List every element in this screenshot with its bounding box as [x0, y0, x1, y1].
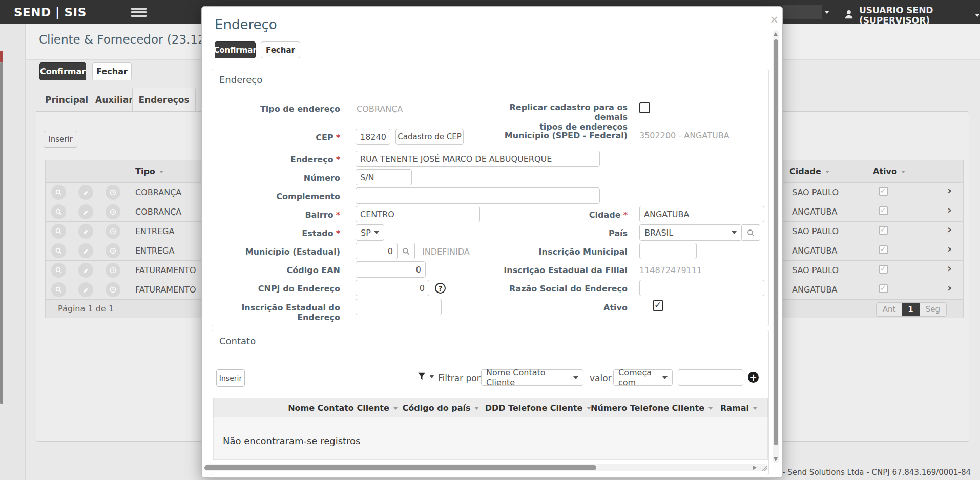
pais-select[interactable]: BRASIL: [639, 224, 742, 241]
history-icon[interactable]: [106, 224, 120, 239]
edit-icon[interactable]: [78, 185, 93, 200]
modal-horizontal-scrollbar[interactable]: [204, 464, 768, 471]
topbar-select[interactable]: [782, 5, 822, 19]
scroll-up-icon[interactable]: [774, 32, 778, 36]
page-close-button[interactable]: Fechar: [92, 62, 132, 80]
view-icon[interactable]: [51, 204, 66, 219]
filter-field-select[interactable]: Nome Contato Cliente: [481, 369, 583, 386]
cell-cidade: ANGATUBA: [792, 246, 837, 256]
cell-ativo-checkbox[interactable]: [879, 284, 888, 293]
replicar-label: Replicar cadastro para os demaistipos de…: [489, 102, 628, 132]
cell-ativo-checkbox[interactable]: [879, 226, 888, 235]
vertical-scroll-thumb[interactable]: [774, 39, 778, 445]
column-header-tipo[interactable]: Tipo: [135, 166, 163, 176]
modal-confirm-button[interactable]: Confirmar: [215, 41, 256, 58]
municipio-estadual-input[interactable]: [356, 243, 398, 259]
municipio-estadual-search-button[interactable]: [398, 243, 415, 259]
cell-ativo-checkbox[interactable]: [879, 265, 888, 274]
razao-social-label: Razão Social do Endereço: [489, 284, 628, 294]
row-chevron-icon[interactable]: ›: [947, 281, 952, 294]
inscricao-estadual-endereco-input[interactable]: [356, 299, 442, 315]
modal-close-icon[interactable]: ×: [769, 13, 779, 26]
edit-icon[interactable]: [78, 282, 93, 297]
pagination-prev[interactable]: Ant: [877, 303, 902, 316]
inscricao-municipal-input[interactable]: [639, 243, 697, 259]
cell-ativo-checkbox[interactable]: [879, 206, 888, 215]
view-icon[interactable]: [51, 263, 66, 278]
edit-icon[interactable]: [78, 263, 93, 278]
codigo-ean-input[interactable]: [356, 261, 426, 278]
menu-hamburger-icon[interactable]: [131, 8, 147, 17]
user-menu[interactable]: USUARIO SEND (SUPERVISOR): [843, 5, 980, 26]
history-icon[interactable]: [106, 204, 120, 219]
tab-principal[interactable]: Principal: [45, 95, 88, 105]
column-nome-contato[interactable]: Nome Contato Cliente: [288, 403, 398, 413]
view-icon[interactable]: [51, 243, 66, 258]
tipo-endereco-value: COBRANÇA: [357, 104, 403, 114]
app-brand: SEND | SIS: [14, 6, 87, 19]
edit-icon[interactable]: [78, 224, 93, 239]
edit-icon[interactable]: [78, 204, 93, 219]
history-icon[interactable]: [106, 282, 120, 297]
cell-ativo-checkbox[interactable]: [879, 187, 888, 196]
cidade-input[interactable]: [639, 206, 764, 222]
column-header-cidade[interactable]: Cidade: [789, 166, 829, 176]
add-filter-icon[interactable]: +: [748, 372, 759, 383]
history-icon[interactable]: [106, 185, 120, 200]
row-chevron-icon[interactable]: ›: [947, 203, 952, 216]
column-numero-telefone[interactable]: Número Telefone Cliente: [591, 403, 713, 413]
address-insert-button[interactable]: Inserir: [44, 131, 77, 148]
history-icon[interactable]: [106, 243, 120, 258]
sort-caret-icon: [393, 407, 398, 410]
pagination-page-1[interactable]: 1: [902, 303, 919, 316]
replicar-checkbox[interactable]: [639, 102, 650, 113]
column-ramal[interactable]: Ramal: [720, 403, 757, 413]
pais-search-button[interactable]: [742, 224, 760, 241]
endereco-input[interactable]: [356, 151, 600, 167]
filter-funnel-icon[interactable]: [417, 371, 434, 383]
cell-ativo-checkbox[interactable]: [879, 245, 888, 254]
contato-insert-button[interactable]: Inserir: [216, 369, 245, 387]
resize-grip-icon[interactable]: [761, 465, 767, 471]
tab-auxiliar[interactable]: Auxiliar: [95, 95, 133, 105]
edit-icon[interactable]: [78, 243, 93, 258]
sort-caret-icon: [901, 171, 905, 173]
topbar-select-caret-icon[interactable]: [824, 11, 829, 14]
row-chevron-icon[interactable]: ›: [947, 223, 952, 236]
numero-input[interactable]: [356, 169, 412, 185]
column-ddd-telefone[interactable]: DDD Telefone Cliente: [485, 403, 591, 413]
view-icon[interactable]: [51, 224, 66, 239]
cep-input[interactable]: [356, 129, 390, 145]
filter-value-input[interactable]: [678, 369, 743, 386]
pagination-next[interactable]: Seg: [920, 303, 946, 316]
row-chevron-icon[interactable]: ›: [947, 242, 952, 255]
estado-select[interactable]: SP: [356, 224, 384, 241]
modal-close-button[interactable]: Fechar: [261, 41, 300, 58]
scroll-right-icon[interactable]: [753, 466, 757, 470]
sort-caret-icon: [708, 407, 713, 410]
horizontal-scroll-thumb[interactable]: [204, 465, 596, 470]
history-icon[interactable]: [106, 263, 120, 278]
cep-label: CEP*: [203, 133, 340, 142]
view-icon[interactable]: [51, 282, 66, 297]
column-codigo-pais[interactable]: Código do país: [403, 403, 479, 413]
filter-operator-select[interactable]: Começa com: [613, 369, 673, 386]
view-icon[interactable]: [51, 185, 66, 200]
bairro-input[interactable]: [356, 206, 480, 222]
cnpj-endereco-input[interactable]: [356, 280, 429, 296]
column-header-ativo[interactable]: Ativo: [873, 166, 905, 176]
tab-enderecos[interactable]: Endereços: [132, 88, 196, 112]
scroll-down-icon[interactable]: [774, 457, 778, 461]
row-chevron-icon[interactable]: ›: [947, 184, 952, 197]
row-chevron-icon[interactable]: ›: [947, 262, 952, 275]
sidebar-scrollbar[interactable]: [0, 62, 3, 404]
razao-social-input[interactable]: [639, 280, 764, 296]
modal-vertical-scrollbar[interactable]: [773, 30, 779, 463]
ativo-checkbox[interactable]: [653, 300, 663, 311]
page-confirm-button[interactable]: Confirmar: [39, 62, 86, 80]
complemento-input[interactable]: [356, 187, 600, 204]
sort-caret-icon: [825, 171, 829, 173]
municipio-estadual-label: Município (Estadual): [203, 247, 340, 257]
help-icon[interactable]: ?: [435, 283, 446, 294]
cadastro-cep-button[interactable]: Cadastro de CEP: [395, 129, 464, 145]
